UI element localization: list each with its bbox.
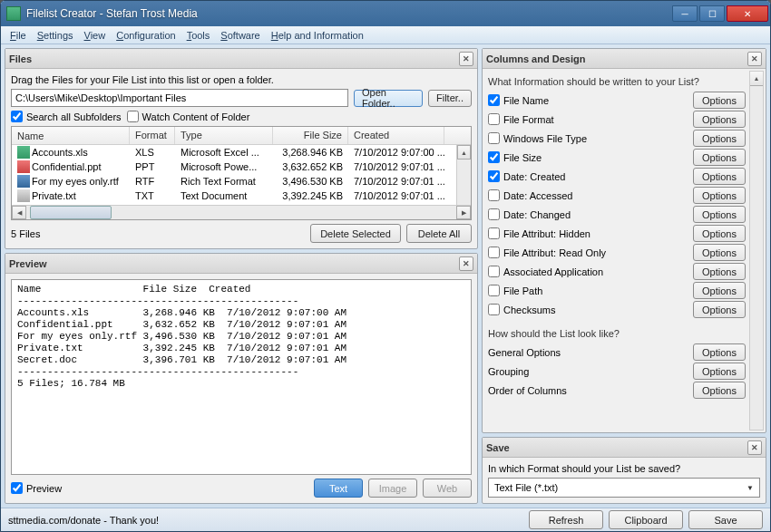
options-button[interactable]: Options [693, 301, 746, 318]
scroll-left-icon[interactable]: ◀ [12, 206, 26, 219]
scroll-up-icon[interactable]: ▲ [457, 145, 471, 160]
vertical-scrollbar[interactable]: ▲ [456, 145, 471, 205]
statusbar: sttmedia.com/donate - Thank you! Refresh… [1, 508, 770, 531]
preview-checkbox[interactable]: Preview [11, 482, 62, 494]
save-title: Save [486, 442, 510, 453]
look-question: How should the List look like? [488, 328, 746, 339]
column-option-checkbox[interactable]: Checksums [488, 304, 555, 315]
app-window: Filelist Creator - Stefan Trost Media ─ … [0, 0, 771, 532]
chevron-down-icon: ▼ [747, 484, 754, 492]
options-button[interactable]: Options [693, 244, 746, 261]
options-button[interactable]: Options [693, 187, 746, 204]
clipboard-button[interactable]: Clipboard [609, 510, 683, 529]
files-panel: Files ✕ Drag the Files for your File Lis… [5, 48, 478, 249]
minimize-button[interactable]: ─ [672, 5, 698, 22]
window-title: Filelist Creator - Stefan Trost Media [26, 7, 672, 20]
table-row[interactable]: For my eyes only.rtfRTFRich Text Format3… [12, 174, 471, 189]
column-option-checkbox[interactable]: File Format [488, 113, 554, 125]
menu-file[interactable]: File [5, 28, 32, 43]
text-tab-button[interactable]: Text [314, 479, 363, 498]
watch-folder-checkbox[interactable]: Watch Content of Folder [127, 111, 250, 122]
titlebar[interactable]: Filelist Creator - Stefan Trost Media ─ … [1, 1, 770, 26]
column-option-checkbox[interactable]: File Size [488, 151, 542, 163]
col-format[interactable]: Format [130, 127, 175, 144]
table-row[interactable]: Private.txtTXTText Document3,392.245 KB7… [12, 189, 471, 203]
column-option-checkbox[interactable]: File Attribut: Read Only [488, 247, 606, 258]
menu-tools[interactable]: Tools [181, 28, 216, 43]
column-option-checkbox[interactable]: File Path [488, 285, 542, 296]
close-button[interactable]: ✕ [727, 5, 768, 22]
file-icon [17, 160, 30, 173]
columns-title: Columns and Design [486, 53, 585, 64]
refresh-button[interactable]: Refresh [529, 510, 603, 529]
search-subfolders-checkbox[interactable]: Search all Subfolders [11, 111, 122, 122]
col-size[interactable]: File Size [273, 127, 348, 144]
col-created[interactable]: Created [348, 127, 444, 144]
filter-button[interactable]: Filter.. [428, 90, 472, 107]
options-button[interactable]: Options [693, 363, 746, 380]
close-icon[interactable]: ✕ [459, 52, 473, 66]
save-panel: Save ✕ In which Format should your List … [482, 437, 766, 504]
close-icon[interactable]: ✕ [747, 52, 762, 66]
save-question: In which Format should your List be save… [488, 463, 760, 474]
options-button[interactable]: Options [693, 168, 746, 185]
web-tab-button[interactable]: Web [423, 479, 472, 498]
file-icon [17, 175, 30, 188]
column-option-checkbox[interactable]: Associated Application [488, 266, 603, 277]
preview-text[interactable]: Name File Size Created -----------------… [11, 279, 472, 475]
look-option-label: Grouping [488, 366, 689, 377]
column-option-checkbox[interactable]: Windows File Type [488, 132, 587, 144]
files-hint: Drag the Files for your File List into t… [11, 74, 472, 85]
options-button[interactable]: Options [693, 206, 746, 223]
preview-title: Preview [9, 258, 47, 269]
menu-view[interactable]: View [79, 28, 112, 43]
options-button[interactable]: Options [693, 282, 746, 299]
column-option-checkbox[interactable]: File Name [488, 94, 549, 106]
menu-configuration[interactable]: Configuration [111, 28, 181, 43]
options-button[interactable]: Options [693, 130, 746, 147]
format-select[interactable]: Text File (*.txt) ▼ [488, 478, 760, 498]
scroll-up-icon[interactable]: ▲ [750, 72, 763, 86]
options-button[interactable]: Options [693, 149, 746, 166]
format-value: Text File (*.txt) [494, 482, 558, 493]
options-button[interactable]: Options [693, 263, 746, 280]
preview-panel: Preview ✕ Name File Size Created -------… [5, 253, 478, 504]
open-folder-button[interactable]: Open Folder.. [354, 90, 423, 107]
files-title: Files [9, 53, 32, 64]
scroll-right-icon[interactable]: ▶ [456, 206, 471, 219]
vertical-scrollbar[interactable]: ▲ [749, 71, 764, 430]
menu-help[interactable]: Help and Information [266, 28, 369, 43]
columns-question: What Information should be written to yo… [488, 76, 746, 87]
status-text: sttmedia.com/donate - Thank you! [8, 515, 159, 526]
file-count: 5 Files [11, 228, 40, 239]
table-row[interactable]: Accounts.xlsXLSMicrosoft Excel ...3,268.… [12, 145, 471, 160]
options-button[interactable]: Options [693, 382, 746, 399]
horizontal-scrollbar[interactable]: ◀ ▶ [12, 205, 471, 219]
delete-selected-button[interactable]: Delete Selected [310, 224, 401, 243]
options-button[interactable]: Options [693, 111, 746, 128]
file-icon [17, 146, 30, 159]
options-button[interactable]: Options [693, 343, 746, 361]
menu-settings[interactable]: Settings [32, 28, 79, 43]
image-tab-button[interactable]: Image [368, 479, 417, 498]
column-option-checkbox[interactable]: File Attribut: Hidden [488, 227, 590, 239]
close-icon[interactable]: ✕ [747, 440, 762, 455]
path-input[interactable] [11, 89, 348, 107]
delete-all-button[interactable]: Delete All [406, 224, 472, 243]
column-option-checkbox[interactable]: Date: Changed [488, 208, 571, 220]
column-option-checkbox[interactable]: Date: Accessed [488, 189, 572, 201]
close-icon[interactable]: ✕ [459, 256, 473, 271]
app-icon [6, 6, 21, 21]
column-option-checkbox[interactable]: Date: Created [488, 170, 565, 182]
look-option-label: General Options [488, 347, 689, 358]
maximize-button[interactable]: ☐ [699, 5, 725, 22]
menubar: File Settings View Configuration Tools S… [1, 26, 770, 44]
col-type[interactable]: Type [175, 127, 273, 144]
menu-software[interactable]: Software [215, 28, 265, 43]
options-button[interactable]: Options [693, 92, 746, 109]
save-button[interactable]: Save [688, 510, 763, 529]
scroll-thumb[interactable] [30, 206, 112, 219]
col-name[interactable]: Name [12, 127, 130, 144]
table-row[interactable]: Confidential.pptPPTMicrosoft Powe...3,63… [12, 160, 471, 174]
options-button[interactable]: Options [693, 225, 746, 242]
